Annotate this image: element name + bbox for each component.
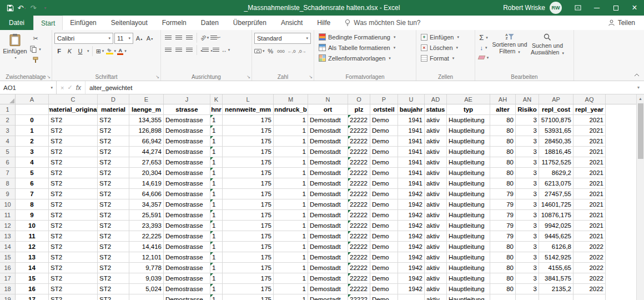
cell-C9[interactable]: ST2 (49, 189, 98, 199)
cell-L16[interactable]: 175 (223, 263, 274, 273)
cell-N8[interactable]: Demostadt (308, 178, 348, 189)
cell-M5[interactable]: 1 (274, 147, 308, 157)
cell-AQ16[interactable]: 2022 (573, 263, 606, 273)
number-format-select[interactable]: Standard▾ (254, 33, 311, 44)
cell-A19[interactable]: 17 (16, 294, 49, 300)
cell-O6[interactable]: 22222 (348, 157, 370, 168)
cell-D19[interactable]: ST2 (98, 294, 129, 300)
cell-M4[interactable]: 1 (274, 136, 308, 147)
cell-C18[interactable]: ST2 (49, 284, 98, 294)
align-left-button[interactable] (163, 45, 173, 55)
clipboard-dialog-launcher[interactable]: ↘ (47, 75, 51, 79)
cell-AN14[interactable]: 3 (516, 242, 539, 252)
cell-J10[interactable]: Demostrasse (164, 199, 210, 210)
cell-AE4[interactable]: Hauptleitung (447, 136, 490, 147)
column-header-AD[interactable]: AD (425, 94, 447, 104)
cut-button[interactable]: ✂ (29, 34, 42, 43)
undo-button[interactable]: ↶▾ (16, 2, 27, 14)
cell-AH14[interactable]: 80 (490, 242, 516, 252)
cell-AQ18[interactable]: 2022 (573, 284, 606, 294)
cell-AQ13[interactable]: 2021 (573, 231, 606, 242)
cell-C8[interactable]: ST2 (49, 178, 98, 189)
cell-AQ12[interactable]: 2021 (573, 221, 606, 231)
cell-L1[interactable]: nennweite_mm (223, 104, 274, 115)
row-header-10[interactable]: 10 (0, 199, 16, 210)
cell-C6[interactable]: ST2 (49, 157, 98, 168)
column-header-AP[interactable]: AP (539, 94, 573, 104)
cell-AQ17[interactable]: 2022 (573, 273, 606, 284)
tab-datei[interactable]: Datei (0, 16, 33, 30)
cell-AD7[interactable]: aktiv (425, 168, 447, 178)
tab-ueberpruefen[interactable]: Überprüfen (226, 16, 274, 30)
cell-styles-button[interactable]: Zellenformatvorlagen ▾ (319, 53, 414, 63)
cell-O3[interactable]: 22222 (348, 126, 370, 136)
cell-J7[interactable]: Demostrasse (164, 168, 210, 178)
cell-A15[interactable]: 13 (16, 252, 49, 263)
cell-AE18[interactable]: Hauptleitung (447, 284, 490, 294)
cell-AD3[interactable]: aktiv (425, 126, 447, 136)
align-center-button[interactable] (174, 45, 183, 55)
font-dialog-launcher[interactable]: ↘ (155, 75, 159, 79)
column-header-J[interactable]: J (164, 94, 210, 104)
cell-AE3[interactable]: Hauptleitung (447, 126, 490, 136)
cell-AD11[interactable]: aktiv (425, 210, 447, 221)
row-header-18[interactable]: 18 (0, 284, 16, 294)
cell-U17[interactable]: 1942 (398, 273, 425, 284)
cell-L5[interactable]: 175 (223, 147, 274, 157)
cell-P8[interactable]: Demo (370, 178, 398, 189)
decrease-font-size-button[interactable]: A▾ (145, 33, 154, 43)
delete-cells-button[interactable]: × Löschen ▾ (421, 42, 472, 53)
align-top-button[interactable] (163, 33, 173, 43)
cell-U3[interactable]: 1941 (398, 126, 425, 136)
cell-C14[interactable]: ST2 (49, 242, 98, 252)
cell-AN7[interactable]: 3 (516, 168, 539, 178)
copy-button[interactable]: ▾ (29, 44, 42, 54)
cell-K4[interactable]: 1 (210, 136, 223, 147)
name-box[interactable]: AO1 ▾ (0, 81, 57, 94)
cell-P14[interactable]: Demo (370, 242, 398, 252)
cell-AH12[interactable]: 79 (490, 221, 516, 231)
cell-AP3[interactable]: 53931,65 (539, 126, 573, 136)
cell-O5[interactable]: 22222 (348, 147, 370, 157)
cell-U4[interactable]: 1941 (398, 136, 425, 147)
row-header-3[interactable]: 3 (0, 126, 16, 136)
cell-A16[interactable]: 14 (16, 263, 49, 273)
cell-K11[interactable]: 1 (210, 210, 223, 221)
cell-L18[interactable]: 175 (223, 284, 274, 294)
align-bottom-button[interactable] (184, 33, 194, 43)
cell-J14[interactable]: Demostrasse (164, 242, 210, 252)
cell-A1[interactable] (16, 104, 49, 115)
cell-M16[interactable]: 1 (274, 263, 308, 273)
cell-P2[interactable]: Demo (370, 115, 398, 126)
cell-P3[interactable]: Demo (370, 126, 398, 136)
cell-J3[interactable]: Demostrasse (164, 126, 210, 136)
row-header-5[interactable]: 5 (0, 147, 16, 157)
cell-D14[interactable]: ST2 (98, 242, 129, 252)
column-header-L[interactable]: L (223, 94, 274, 104)
font-size-select[interactable]: 11▾ (114, 33, 133, 44)
fill-button[interactable]: ↓▾ (477, 43, 490, 52)
cell-N6[interactable]: Demostadt (308, 157, 348, 168)
cell-U2[interactable]: 1941 (398, 115, 425, 126)
cell-M10[interactable]: 1 (274, 199, 308, 210)
cell-A7[interactable]: 5 (16, 168, 49, 178)
decrease-decimal-button[interactable]: ,0→ (298, 46, 307, 56)
cell-A10[interactable]: 8 (16, 199, 49, 210)
cell-A2[interactable]: 0 (16, 115, 49, 126)
row-header-12[interactable]: 12 (0, 221, 16, 231)
cell-C17[interactable]: ST2 (49, 273, 98, 284)
font-name-select[interactable]: Calibri▾ (54, 33, 113, 44)
cell-C10[interactable]: ST2 (49, 199, 98, 210)
cell-L13[interactable]: 175 (223, 231, 274, 242)
row-header-8[interactable]: 8 (0, 178, 16, 189)
cell-AQ8[interactable]: 2021 (573, 178, 606, 189)
cell-AN9[interactable]: 3 (516, 189, 539, 199)
account-area[interactable]: Robert Wriske RW (503, 2, 562, 14)
column-header-E[interactable]: E (129, 94, 164, 104)
cell-E6[interactable]: 27,653 (129, 157, 164, 168)
cell-U14[interactable]: 1942 (398, 242, 425, 252)
cell-L19[interactable]: 175 (223, 294, 274, 300)
cell-A13[interactable]: 11 (16, 231, 49, 242)
cell-K13[interactable]: 1 (210, 231, 223, 242)
cell-K19[interactable]: 1 (210, 294, 223, 300)
